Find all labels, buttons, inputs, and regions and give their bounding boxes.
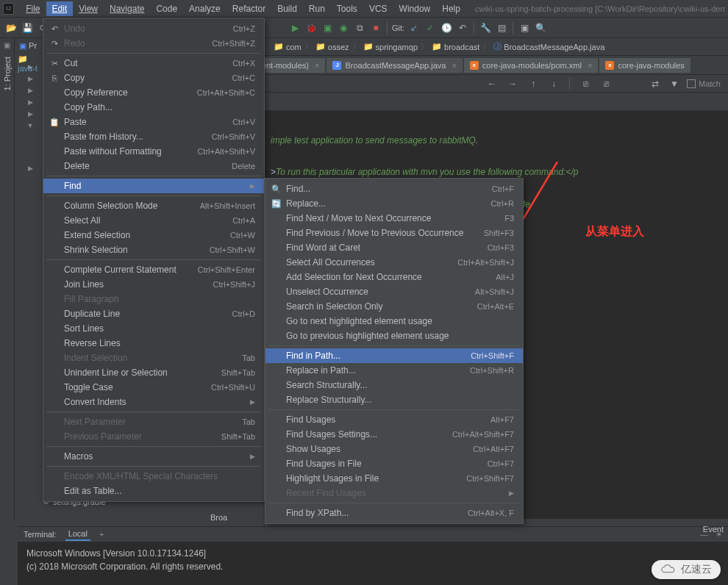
menu-item-find[interactable]: Find▶ [43, 179, 264, 193]
tree-arrow-icon[interactable]: ▶ [26, 97, 35, 107]
menu-item-undo[interactable]: ↶UndoCtrl+Z [43, 21, 264, 36]
menu-item-macros[interactable]: Macros▶ [43, 449, 264, 464]
structure-icon[interactable]: ▤ [495, 21, 508, 35]
menu-item-unindent[interactable]: Unindent Line or SelectionShift+Tab [43, 365, 264, 380]
menu-edit[interactable]: Edit [46, 1, 74, 16]
down-icon[interactable]: ↓ [547, 77, 560, 90]
menu-item-add-selection-next[interactable]: Add Selection for Next OccurrenceAlt+J [265, 270, 523, 284]
menu-item-highlight-usages-in-file[interactable]: Highlight Usages in FileCtrl+Shift+F7 [265, 471, 523, 486]
settings-icon[interactable]: ⇄ [649, 77, 662, 90]
breadcrumb-item[interactable]: 📁com [274, 42, 301, 51]
save-icon[interactable]: 💾 [21, 21, 34, 35]
add-terminal-icon[interactable]: + [99, 530, 104, 539]
menu-vcs[interactable]: VCS [363, 1, 393, 16]
tool-icon[interactable]: ⎚ [579, 77, 592, 90]
breadcrumb-item[interactable]: 📁ossez [315, 42, 349, 51]
menu-analyze[interactable]: Analyze [183, 1, 226, 16]
terminal-tab[interactable]: Local [65, 528, 90, 541]
menu-item-replace-structurally[interactable]: Replace Structurally... [265, 392, 523, 407]
filter-icon[interactable]: ▼ [668, 77, 681, 90]
menu-item-copy-path[interactable]: Copy Path... [43, 100, 264, 115]
attach-icon[interactable]: ⧉ [353, 21, 366, 35]
menu-build[interactable]: Build [271, 1, 303, 16]
tab[interactable]: xcore-java-modules [599, 58, 690, 73]
menu-tools[interactable]: Tools [331, 1, 363, 16]
menu-item-find-usages-settings[interactable]: Find Usages Settings...Ctrl+Alt+Shift+F7 [265, 427, 523, 442]
profile-icon[interactable]: ◉ [337, 21, 350, 35]
vcs-revert-icon[interactable]: ↶ [456, 21, 469, 35]
menu-item-goto-next-highlighted[interactable]: Go to next highlighted element usage [265, 314, 523, 329]
menu-item-cut[interactable]: ✂CutCtrl+X [43, 56, 264, 71]
menu-item-recent-find-usages[interactable]: Recent Find Usages▶ [265, 486, 523, 500]
menu-help[interactable]: Help [436, 1, 466, 16]
tree-node[interactable]: 📁 java-t [18, 54, 46, 73]
close-icon[interactable]: × [315, 61, 319, 70]
settings-icon[interactable]: 🔧 [479, 21, 492, 35]
menu-item-sort-lines[interactable]: Sort Lines [43, 321, 264, 336]
menu-window[interactable]: Window [393, 1, 437, 16]
prev-icon[interactable]: ← [485, 77, 499, 90]
menu-item-extend-selection[interactable]: Extend SelectionCtrl+W [43, 228, 264, 243]
menu-item-duplicate-line[interactable]: Duplicate LineCtrl+D [43, 306, 264, 321]
menu-navigate[interactable]: Navigate [104, 1, 150, 16]
menu-item-fill-paragraph[interactable]: Fill Paragraph [43, 292, 264, 306]
menu-item-find-usages[interactable]: Find UsagesAlt+F7 [265, 412, 523, 427]
menu-item-replace-in-path[interactable]: Replace in Path...Ctrl+Shift+R [265, 363, 523, 378]
tool-icon[interactable]: ⎚ [599, 77, 613, 90]
coverage-icon[interactable]: ▣ [321, 21, 334, 35]
tree-arrow-icon[interactable]: ▶ [26, 163, 35, 173]
menu-item-copy-reference[interactable]: Copy ReferenceCtrl+Alt+Shift+C [43, 85, 264, 100]
tree-arrow-icon[interactable]: ▶ [26, 109, 35, 119]
breadcrumb-item[interactable]: ⒿBroadcastMessageApp.java [493, 41, 604, 52]
menu-item-select-all-occurrences[interactable]: Select All OccurrencesCtrl+Alt+Shift+J [265, 255, 523, 270]
menu-item-shrink-selection[interactable]: Shrink SelectionCtrl+Shift+W [43, 243, 264, 257]
menu-item-replace[interactable]: 🔄Replace...Ctrl+R [265, 196, 523, 211]
menu-item-goto-prev-highlighted[interactable]: Go to previous highlighted element usage [265, 329, 523, 343]
menu-item-find-usages-in-file[interactable]: Find Usages in FileCtrl+F7 [265, 456, 523, 471]
menu-item-copy[interactable]: ⎘CopyCtrl+C [43, 71, 264, 85]
menu-item-find-in-path[interactable]: Find in Path...Ctrl+Shift+F [265, 348, 523, 363]
menu-item-find-word[interactable]: Find Word at CaretCtrl+F3 [265, 240, 523, 255]
menu-item-find-dialog[interactable]: 🔍Find...Ctrl+F [265, 182, 523, 196]
menu-item-join-lines[interactable]: Join LinesCtrl+Shift+J [43, 277, 264, 292]
menu-item-toggle-case[interactable]: Toggle CaseCtrl+Shift+U [43, 380, 264, 395]
menu-view[interactable]: View [73, 1, 104, 16]
menu-item-search-structurally[interactable]: Search Structurally... [265, 378, 523, 392]
menu-file[interactable]: File [20, 1, 46, 16]
tab-active[interactable]: JBroadcastMessageApp.java× [326, 58, 462, 73]
run-icon[interactable]: ▶ [288, 21, 301, 35]
close-icon[interactable]: × [588, 61, 592, 70]
tree-arrow-icon[interactable]: ▼ [26, 121, 35, 131]
menu-item-paste-nofmt[interactable]: Paste without FormattingCtrl+Alt+Shift+V [43, 144, 264, 159]
vcs-history-icon[interactable]: 🕓 [440, 21, 453, 35]
menu-item-paste[interactable]: 📋PasteCtrl+V [43, 115, 264, 129]
menu-item-convert-indents[interactable]: Convert Indents▶ [43, 395, 264, 409]
vcs-commit-icon[interactable]: ✓ [424, 21, 437, 35]
menu-item-search-selection[interactable]: Search in Selection OnlyCtrl+Alt+E [265, 299, 523, 314]
breadcrumb-item[interactable]: 📁broadcast [432, 42, 479, 51]
stop-icon[interactable]: ■ [369, 21, 382, 35]
terminal-output[interactable]: Microsoft Windows [Version 10.0.17134.12… [18, 542, 728, 585]
menu-item-encode-xml[interactable]: Encode XML/HTML Special Characters [43, 469, 264, 484]
match-checkbox[interactable]: Match [687, 79, 721, 88]
menu-run[interactable]: Run [303, 1, 331, 16]
menu-item-prev-parameter[interactable]: Previous ParameterShift+Tab [43, 429, 264, 444]
menu-item-select-all[interactable]: Select AllCtrl+A [43, 213, 264, 228]
open-icon[interactable]: 📂 [4, 21, 18, 35]
menu-item-find-by-xpath[interactable]: Find by XPath...Ctrl+Alt+X, F [265, 506, 523, 520]
search-icon[interactable]: 🔍 [534, 21, 547, 35]
menu-item-complete-statement[interactable]: Complete Current StatementCtrl+Shift+Ent… [43, 262, 264, 277]
tab[interactable]: xcore-java-modules/pom.xml× [464, 58, 599, 73]
vcs-update-icon[interactable]: ↙ [407, 21, 421, 35]
menu-item-find-previous[interactable]: Find Previous / Move to Previous Occurre… [265, 226, 523, 240]
menu-refactor[interactable]: Refactor [226, 1, 271, 16]
tree-arrow-icon[interactable]: ▶ [26, 73, 35, 84]
menu-item-unselect-occurrence[interactable]: Unselect OccurrenceAlt+Shift+J [265, 284, 523, 299]
next-icon[interactable]: → [506, 77, 519, 90]
menu-code[interactable]: Code [150, 1, 183, 16]
project-tool-icon[interactable]: ▣ [4, 41, 10, 49]
close-icon[interactable]: × [452, 61, 456, 70]
tree-arrow-icon[interactable]: ▶ [26, 85, 35, 96]
menu-item-delete[interactable]: DeleteDelete [43, 159, 264, 173]
breadcrumb-item[interactable]: 📁springamqp [363, 42, 418, 51]
